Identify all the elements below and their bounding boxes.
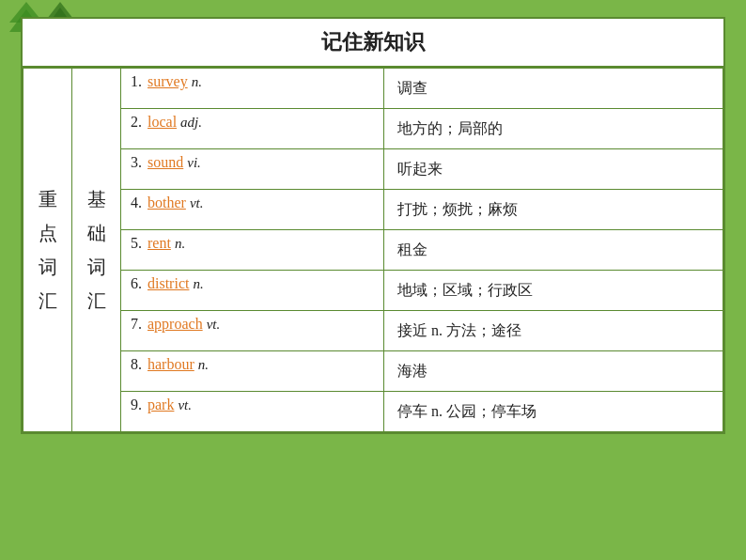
pos-4: vt. xyxy=(190,195,204,211)
entry-cell-3: 3. sound vi. xyxy=(121,149,384,190)
word-4: bother xyxy=(148,194,186,211)
meaning-row-2: 地方的；局部的 xyxy=(384,109,723,148)
meaning-row-9: 停车 n. 公园；停车场 xyxy=(384,392,723,431)
sub-category: 基础词汇 xyxy=(72,69,121,432)
word-5: rent xyxy=(148,235,171,252)
pos-6: n. xyxy=(193,276,203,292)
meaning-row-1: 调查 xyxy=(384,69,723,108)
main-category-label: 重点词汇 xyxy=(39,189,57,311)
entry-row-7: 7. approach vt. xyxy=(121,311,383,350)
word-3: sound xyxy=(148,154,183,171)
pos-8: n. xyxy=(198,357,209,373)
word-9: park xyxy=(148,397,174,413)
meaning-row-6: 地域；区域；行政区 xyxy=(384,271,723,310)
main-card: 记住新知识 重点词汇 基础词汇 1. survey n. xyxy=(21,17,725,434)
meaning-cell-9: 停车 n. 公园；停车场 xyxy=(384,392,723,432)
entry-cell-8: 8. harbour n. xyxy=(121,351,384,392)
entry-cell-1: 1. survey n. xyxy=(121,69,384,109)
entry-cell-6: 6. district n. xyxy=(121,271,384,311)
meaning-row-3: 听起来 xyxy=(384,149,723,189)
word-2: local xyxy=(148,114,177,131)
meaning-cell-8: 海港 xyxy=(384,351,723,392)
entry-row-5: 5. rent n. xyxy=(121,230,383,270)
entry-cell-4: 4. bother vt. xyxy=(121,190,384,230)
pos-9: vt. xyxy=(178,397,192,413)
meaning-cell-4: 打扰；烦扰；麻烦 xyxy=(384,190,723,230)
pos-7: vt. xyxy=(207,317,221,333)
meaning-row-5: 租金 xyxy=(384,230,723,270)
entry-row-3: 3. sound vi. xyxy=(121,149,383,189)
card-title: 记住新知识 xyxy=(23,19,723,68)
entry-row-1: 1. survey n. xyxy=(121,69,383,108)
word-1: survey xyxy=(148,73,188,90)
entry-cell-5: 5. rent n. xyxy=(121,230,384,271)
entry-cell-2: 2. local adj. xyxy=(121,109,384,149)
pos-3: vi. xyxy=(187,155,201,171)
pos-1: n. xyxy=(192,74,202,90)
entry-row-8: 8. harbour n. xyxy=(121,351,383,391)
vocab-table: 重点词汇 基础词汇 1. survey n. 调查 xyxy=(23,68,723,432)
meaning-row-8: 海港 xyxy=(384,351,723,391)
main-category: 重点词汇 xyxy=(23,69,72,432)
word-6: district xyxy=(148,275,189,292)
entry-row-6: 6. district n. xyxy=(121,271,383,310)
meaning-cell-1: 调查 xyxy=(384,69,723,109)
entry-row-4: 4. bother vt. xyxy=(121,190,383,229)
meaning-cell-3: 听起来 xyxy=(384,149,723,190)
entry-row-9: 9. park vt. xyxy=(121,392,383,431)
meaning-cell-6: 地域；区域；行政区 xyxy=(384,271,723,311)
entry-cell-9: 9. park vt. xyxy=(121,392,384,432)
word-7: approach xyxy=(148,316,203,333)
meaning-row-7: 接近 n. 方法；途径 xyxy=(384,311,723,350)
meaning-cell-7: 接近 n. 方法；途径 xyxy=(384,311,723,351)
sub-category-label: 基础词汇 xyxy=(87,189,106,311)
meaning-row-4: 打扰；烦扰；麻烦 xyxy=(384,190,723,229)
entry-row-2: 2. local adj. xyxy=(121,109,383,148)
entry-cell-7: 7. approach vt. xyxy=(121,311,384,351)
meaning-cell-5: 租金 xyxy=(384,230,723,271)
meaning-cell-2: 地方的；局部的 xyxy=(384,109,723,149)
pos-5: n. xyxy=(175,236,185,252)
word-8: harbour xyxy=(148,356,194,373)
pos-2: adj. xyxy=(180,115,202,131)
